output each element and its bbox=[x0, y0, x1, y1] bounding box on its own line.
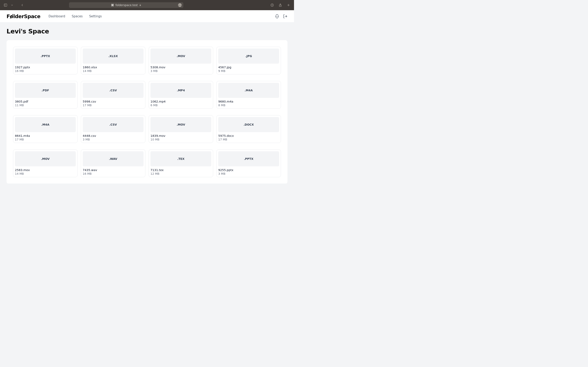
svg-rect-5 bbox=[140, 5, 141, 6]
file-card[interactable]: .DOCX5975.docx17 MB bbox=[216, 115, 281, 143]
file-thumb: .M4A bbox=[15, 117, 76, 132]
file-card[interactable]: .CSV5998.csv17 MB bbox=[81, 81, 145, 109]
page-title: Levi's Space bbox=[7, 27, 287, 35]
file-card[interactable]: .XLSX1860.xlsx14 MB bbox=[81, 47, 145, 75]
file-name: 1927.pptx bbox=[15, 66, 76, 69]
file-size: 8 MB bbox=[218, 104, 279, 107]
file-card[interactable]: .JPG4567.jpg9 MB bbox=[216, 47, 281, 75]
file-thumb: .MOV bbox=[150, 49, 211, 64]
file-card[interactable]: .MOV2583.mov14 MB bbox=[13, 150, 78, 177]
bell-icon[interactable] bbox=[275, 14, 279, 18]
file-thumb: .MP4 bbox=[150, 83, 211, 98]
address-bar[interactable]: folderspace.test ••• bbox=[69, 2, 183, 8]
file-thumb: .TEX bbox=[150, 151, 211, 166]
file-thumb: .CSV bbox=[83, 117, 144, 132]
nav-dashboard[interactable]: Dashboard bbox=[49, 15, 65, 18]
address-url: folderspace.test bbox=[115, 3, 138, 7]
file-size: 3 MB bbox=[83, 138, 144, 141]
file-size: 11 MB bbox=[15, 104, 76, 107]
file-name: 5998.csv bbox=[83, 100, 144, 103]
file-name: 4448.csv bbox=[83, 134, 144, 137]
share-icon[interactable] bbox=[278, 3, 283, 7]
file-name: 9680.m4a bbox=[218, 100, 279, 103]
file-thumb: .PPTX bbox=[15, 49, 76, 64]
file-name: 9255.pptx bbox=[218, 168, 279, 172]
chrome-left-controls bbox=[3, 3, 25, 7]
file-card[interactable]: .M4A9680.m4a8 MB bbox=[216, 81, 281, 109]
chrome-right-controls bbox=[270, 3, 291, 7]
new-tab-icon[interactable] bbox=[286, 3, 291, 7]
file-size: 16 MB bbox=[83, 172, 144, 175]
file-card[interactable]: .WAV7435.wav16 MB bbox=[81, 150, 145, 177]
logout-icon[interactable] bbox=[283, 14, 287, 18]
file-size: 17 MB bbox=[15, 138, 76, 141]
file-card[interactable]: .TEX7131.tex12 MB bbox=[149, 150, 213, 177]
file-grid: .PPTX1927.pptx16 MB.XLSX1860.xlsx14 MB.M… bbox=[13, 47, 281, 177]
file-card[interactable]: .PDF3805.pdf11 MB bbox=[13, 81, 78, 109]
file-size: 14 MB bbox=[83, 69, 144, 73]
file-card[interactable]: .PPTX9255.pptx3 MB bbox=[216, 150, 281, 177]
file-size: 9 MB bbox=[218, 69, 279, 73]
file-thumb: .MOV bbox=[15, 151, 76, 166]
file-size: 14 MB bbox=[15, 172, 76, 175]
file-thumb: .XLSX bbox=[83, 49, 144, 64]
file-size: 16 MB bbox=[15, 69, 76, 73]
file-size: 17 MB bbox=[83, 104, 144, 107]
brand-logo[interactable]: FolderSpace bbox=[7, 13, 40, 19]
sidebar-toggle-icon[interactable] bbox=[3, 3, 8, 7]
file-thumb: .WAV bbox=[83, 151, 144, 166]
browser-chrome: folderspace.test ••• bbox=[0, 0, 294, 10]
file-size: 3 MB bbox=[218, 172, 279, 175]
svg-line-10 bbox=[10, 14, 13, 18]
lock-icon bbox=[139, 4, 141, 6]
file-name: 2583.mov bbox=[15, 168, 76, 172]
app-header: FolderSpace Dashboard Spaces Settings bbox=[0, 10, 294, 23]
file-size: 3 MB bbox=[150, 69, 211, 73]
page-body: Levi's Space .PPTX1927.pptx16 MB.XLSX186… bbox=[0, 23, 294, 184]
file-card[interactable]: .M4A8641.m4a17 MB bbox=[13, 115, 78, 143]
files-panel: .PPTX1927.pptx16 MB.XLSX1860.xlsx14 MB.M… bbox=[7, 40, 287, 184]
header-actions bbox=[275, 14, 287, 18]
chevron-down-icon[interactable] bbox=[10, 3, 14, 7]
file-card[interactable]: .PPTX1927.pptx16 MB bbox=[13, 47, 78, 75]
file-name: 4567.jpg bbox=[218, 66, 279, 69]
nav-spaces[interactable]: Spaces bbox=[72, 15, 83, 18]
file-name: 3805.pdf bbox=[15, 100, 76, 103]
back-button-icon[interactable] bbox=[20, 3, 25, 7]
file-card[interactable]: .MP41062.mp46 MB bbox=[149, 81, 213, 109]
file-name: 1062.mp4 bbox=[150, 100, 211, 103]
compass-icon bbox=[111, 3, 114, 7]
file-card[interactable]: .MOV5308.mov3 MB bbox=[149, 47, 213, 75]
file-size: 10 MB bbox=[150, 138, 211, 141]
file-name: 5975.docx bbox=[218, 134, 279, 137]
file-card[interactable]: .CSV4448.csv3 MB bbox=[81, 115, 145, 143]
file-name: 7131.tex bbox=[150, 168, 211, 172]
main-nav: Dashboard Spaces Settings bbox=[49, 15, 102, 18]
more-icon[interactable]: ••• bbox=[178, 3, 182, 7]
file-thumb: .PDF bbox=[15, 83, 76, 98]
file-thumb: .MOV bbox=[150, 117, 211, 132]
file-thumb: .JPG bbox=[218, 49, 279, 64]
file-name: 8641.m4a bbox=[15, 134, 76, 137]
file-thumb: .M4A bbox=[218, 83, 279, 98]
file-thumb: .DOCX bbox=[218, 117, 279, 132]
nav-settings[interactable]: Settings bbox=[89, 15, 102, 18]
file-size: 6 MB bbox=[150, 104, 211, 107]
file-size: 17 MB bbox=[218, 138, 279, 141]
file-thumb: .PPTX bbox=[218, 151, 279, 166]
file-card[interactable]: .MOV1839.mov10 MB bbox=[149, 115, 213, 143]
file-name: 1839.mov bbox=[150, 134, 211, 137]
file-thumb: .CSV bbox=[83, 83, 144, 98]
file-name: 1860.xlsx bbox=[83, 66, 144, 69]
file-size: 12 MB bbox=[150, 172, 211, 175]
file-name: 5308.mov bbox=[150, 66, 211, 69]
downloads-icon[interactable] bbox=[270, 3, 274, 7]
svg-rect-0 bbox=[4, 4, 7, 6]
file-name: 7435.wav bbox=[83, 168, 144, 172]
